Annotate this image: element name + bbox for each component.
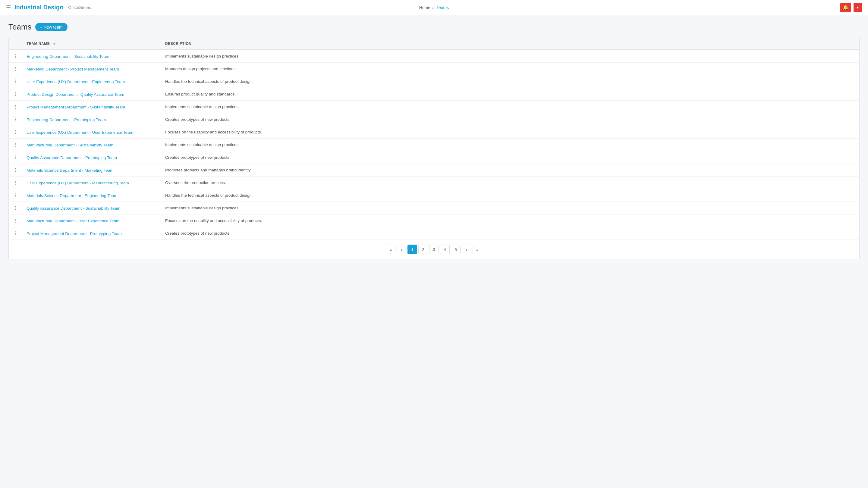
page-header: Teams + New team: [8, 22, 860, 32]
table-row: User Experience (UX) Department - Manufa…: [9, 176, 859, 189]
table-row: Marketing Department - Project Managemen…: [9, 63, 859, 75]
row-team-name: Project Management Department - Sustaina…: [22, 101, 160, 113]
row-team-name: Manufacturing Department - User Experien…: [22, 215, 160, 227]
team-link[interactable]: Project Management Department - Sustaina…: [27, 105, 125, 109]
table-row: Materials Science Department - Engineeri…: [9, 189, 859, 202]
team-link[interactable]: User Experience (UX) Department - User E…: [27, 130, 133, 135]
table-header-row: TEAM NAME ▼ DESCRIPTION: [9, 38, 859, 50]
row-team-name: Engineering Department - Prototyping Tea…: [22, 113, 160, 126]
team-link[interactable]: Engineering Department - Prototyping Tea…: [27, 118, 106, 122]
team-link[interactable]: Materials Science Department - Engineeri…: [27, 193, 117, 198]
app-title: Industrial Design: [14, 4, 63, 11]
table-body: Engineering Department - Sustainability …: [9, 50, 859, 240]
pagination: « ‹ 1 2 3 4 5 › »: [9, 240, 859, 259]
pagination-page-3[interactable]: 3: [429, 245, 439, 254]
table-row: User Experience (UX) Department - Engine…: [9, 75, 859, 88]
table-row: Engineering Department - Prototyping Tea…: [9, 113, 859, 126]
row-description: Creates prototypes of new products.: [160, 151, 859, 164]
row-menu-button[interactable]: [13, 180, 17, 185]
row-description: Ensures product quality and standards.: [160, 88, 859, 101]
row-menu-button[interactable]: [13, 218, 17, 223]
row-action-cell: [9, 151, 22, 164]
row-action-cell: [9, 164, 22, 176]
row-team-name: Quality Assurance Department - Prototypi…: [22, 151, 160, 164]
row-action-cell: [9, 101, 22, 113]
pagination-prev[interactable]: ‹: [397, 245, 406, 254]
row-menu-button[interactable]: [13, 142, 17, 147]
row-description: Focuses on the usability and accessibili…: [160, 215, 859, 227]
breadcrumb-home[interactable]: Home: [419, 5, 430, 10]
team-link[interactable]: User Experience (UX) Department - Manufa…: [27, 181, 129, 185]
table-row: Manufacturing Department - User Experien…: [9, 215, 859, 227]
row-menu-button[interactable]: [13, 193, 17, 198]
row-menu-button[interactable]: [13, 205, 17, 210]
row-team-name: Product Design Department - Quality Assu…: [22, 88, 160, 101]
row-team-name: User Experience (UX) Department - User E…: [22, 126, 160, 138]
pagination-page-2[interactable]: 2: [418, 245, 428, 254]
row-description: Creates prototypes of new products.: [160, 227, 859, 240]
table-row: Engineering Department - Sustainability …: [9, 50, 859, 63]
pagination-page-1[interactable]: 1: [407, 245, 417, 254]
row-description: Handles the technical aspects of product…: [160, 189, 859, 202]
row-description: Implements sustainable design practices.: [160, 202, 859, 215]
pagination-page-4[interactable]: 4: [440, 245, 450, 254]
row-description: Promotes products and manages brand iden…: [160, 164, 859, 176]
pagination-page-5[interactable]: 5: [451, 245, 461, 254]
row-description: Oversees the production process.: [160, 176, 859, 189]
pagination-last[interactable]: »: [472, 245, 482, 254]
table-row: Quality Assurance Department - Sustainab…: [9, 202, 859, 215]
row-description: Creates prototypes of new products.: [160, 113, 859, 126]
row-menu-button[interactable]: [13, 66, 17, 71]
row-menu-button[interactable]: [13, 167, 17, 173]
row-team-name: Quality Assurance Department - Sustainab…: [22, 202, 160, 215]
main-content: Teams + New team TEAM NAME ▼ DESCRIPTION…: [0, 15, 868, 267]
user-dropdown-button[interactable]: ▼: [854, 3, 862, 12]
table-row: Quality Assurance Department - Prototypi…: [9, 151, 859, 164]
row-action-cell: [9, 50, 22, 63]
row-action-cell: [9, 138, 22, 151]
row-menu-button[interactable]: [13, 117, 17, 122]
team-link[interactable]: Engineering Department - Sustainability …: [27, 54, 109, 59]
row-team-name: Materials Science Department - Engineeri…: [22, 189, 160, 202]
row-action-cell: [9, 75, 22, 88]
team-link[interactable]: Quality Assurance Department - Sustainab…: [27, 206, 120, 210]
row-team-name: Marketing Department - Project Managemen…: [22, 63, 160, 75]
row-action-cell: [9, 113, 22, 126]
row-action-cell: [9, 227, 22, 240]
row-action-cell: [9, 63, 22, 75]
filter-icon[interactable]: ▼: [53, 42, 56, 46]
row-menu-button[interactable]: [13, 130, 17, 135]
new-team-button[interactable]: + New team: [35, 23, 67, 31]
team-link[interactable]: Product Design Department - Quality Assu…: [27, 92, 124, 97]
row-menu-button[interactable]: [13, 155, 17, 160]
teams-table: TEAM NAME ▼ DESCRIPTION Engineering Depa…: [9, 38, 859, 240]
team-link[interactable]: Marketing Department - Project Managemen…: [27, 67, 119, 71]
row-menu-button[interactable]: [13, 54, 17, 59]
team-link[interactable]: Materials Science Department - Marketing…: [27, 168, 114, 173]
row-menu-button[interactable]: [13, 92, 17, 97]
row-description: Implements sustainable design practices.: [160, 50, 859, 63]
pagination-first[interactable]: «: [386, 245, 396, 254]
row-menu-button[interactable]: [13, 79, 17, 84]
hamburger-icon[interactable]: ☰: [6, 4, 11, 11]
team-link[interactable]: Manufacturing Department - Sustainabilit…: [27, 143, 113, 147]
row-action-cell: [9, 126, 22, 138]
team-link[interactable]: User Experience (UX) Department - Engine…: [27, 79, 125, 84]
breadcrumb: Home » Teams: [419, 5, 449, 10]
row-team-name: Materials Science Department - Marketing…: [22, 164, 160, 176]
team-link[interactable]: Quality Assurance Department - Prototypi…: [27, 156, 117, 160]
team-link[interactable]: Project Management Department - Prototyp…: [27, 231, 122, 236]
table-row: Project Management Department - Sustaina…: [9, 101, 859, 113]
row-team-name: Project Management Department - Prototyp…: [22, 227, 160, 240]
notification-button[interactable]: 🔔: [840, 3, 851, 12]
team-link[interactable]: Manufacturing Department - User Experien…: [27, 219, 119, 223]
table-row: Project Management Department - Prototyp…: [9, 227, 859, 240]
app-header: ☰ Industrial Design OfficeSeries Home » …: [0, 0, 868, 15]
row-description: Implements sustainable design practices.: [160, 138, 859, 151]
row-menu-button[interactable]: [13, 231, 17, 236]
pagination-next[interactable]: ›: [462, 245, 471, 254]
table-row: User Experience (UX) Department - User E…: [9, 126, 859, 138]
col-action: [9, 38, 22, 50]
teams-table-container: TEAM NAME ▼ DESCRIPTION Engineering Depa…: [8, 38, 860, 259]
row-menu-button[interactable]: [13, 104, 17, 109]
